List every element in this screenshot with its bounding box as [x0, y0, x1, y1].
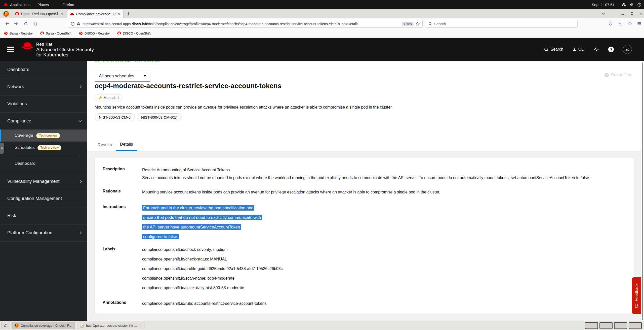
workspace-switcher-2[interactable]: [599, 322, 613, 329]
row-value: Mounting service account tokens inside p…: [142, 189, 626, 195]
window-minimize-icon[interactable]: [621, 12, 625, 16]
rationale-row: Rationale Mounting service account token…: [103, 189, 626, 195]
bookmark-star-icon[interactable]: [416, 22, 420, 26]
breadcrumb[interactable]: Compliance coverageocp4-moderate: [95, 61, 271, 63]
new-tab-icon[interactable]: [126, 12, 131, 16]
window-maximize-icon[interactable]: [630, 12, 634, 16]
home-icon[interactable]: [33, 21, 38, 26]
tab-close-icon[interactable]: [60, 12, 63, 15]
bookmark-disco-registry[interactable]: DISCO - Registry: [79, 31, 110, 35]
description-paragraph: Service accounts tokens should not be mo…: [142, 174, 626, 181]
workspace-switcher-3[interactable]: [614, 322, 627, 329]
label-line: compliance.openshift.io/profile-guid: d6…: [142, 266, 626, 272]
bookmark-salsa-registry[interactable]: Salsa - Registry: [4, 31, 33, 35]
reload-icon[interactable]: [24, 21, 28, 26]
help-icon[interactable]: ?: [608, 47, 614, 52]
tab-close-icon[interactable]: [118, 13, 121, 16]
url-bar[interactable]: https://central-acs-central.apps.disco.l…: [68, 20, 423, 28]
browser-tab-pods[interactable]: Pods · Red Hat OpenShift: [13, 10, 66, 18]
brand-logo[interactable]: Red Hat Advanced Cluster Security for Ku…: [22, 42, 94, 58]
workspace-switcher-4[interactable]: [629, 322, 642, 329]
topbar-status-area: Sep 1 07:51: [592, 3, 644, 7]
cli-download-button[interactable]: CLI: [572, 47, 585, 52]
sidebar-item-platform-configuration[interactable]: Platform Configuration: [0, 224, 87, 241]
search-icon: [428, 22, 432, 26]
nav-label: Compliance: [7, 118, 31, 124]
forward-icon[interactable]: [14, 21, 19, 26]
scan-schedule-select[interactable]: All scan schedules: [95, 71, 150, 82]
sidebar-item-vulnerability-management[interactable]: Vulnerability Management: [0, 173, 87, 190]
feedback-button[interactable]: Feedback: [632, 277, 641, 314]
volume-icon[interactable]: [629, 3, 634, 7]
window-close-icon[interactable]: [639, 12, 643, 16]
sidebar-bottom-divider: [0, 241, 87, 242]
breadcrumb-link[interactable]: ocp4-moderate: [135, 61, 160, 62]
places-menu[interactable]: Places: [34, 0, 52, 9]
nav-label: Network: [7, 84, 24, 89]
taskbar-window-editor[interactable]: hub-Operator-secrets-cluster-init-...: [77, 322, 144, 329]
chevron-right-icon: [78, 85, 82, 88]
firefox-icon[interactable]: [3, 11, 9, 17]
gnome-top-bar: Applications Places Firefox Sep 1 07:51: [0, 0, 644, 9]
extensions-puzzle-icon[interactable]: [627, 21, 632, 26]
browser-search-box[interactable]: [426, 20, 578, 28]
reset-filter-button[interactable]: Reset filter: [604, 73, 631, 78]
global-search-button[interactable]: Search: [544, 47, 563, 52]
workspace-switcher-1[interactable]: [585, 322, 598, 329]
sidebar-item-coverage[interactable]: Coverage Tech preview: [0, 129, 87, 142]
lock-icon[interactable]: [77, 22, 80, 26]
url-text: https://central-acs-central.apps.disco.l…: [83, 22, 400, 26]
manual-count-badge: Manual: 1: [95, 94, 123, 101]
quay-icon: [4, 31, 8, 35]
user-avatar[interactable]: ad: [623, 45, 632, 54]
back-icon[interactable]: [5, 21, 9, 26]
instructions-selected-text[interactable]: For each pod in the cluster, review the …: [142, 205, 626, 243]
clock[interactable]: Sep 1 07:51: [592, 3, 615, 7]
search-input[interactable]: [434, 22, 575, 26]
bookmark-salsa-openshift[interactable]: Salsa - OpenShift: [40, 31, 71, 35]
nav-label: Risk: [7, 213, 16, 218]
bookmark-label: Salsa - OpenShift: [46, 31, 71, 35]
sidebar-item-compliance[interactable]: Compliance: [0, 112, 87, 129]
zoom-level-badge[interactable]: 120%: [402, 22, 414, 26]
account-shield-icon[interactable]: [608, 21, 613, 26]
network-icon[interactable]: [622, 3, 626, 7]
sidebar-item-configuration-management[interactable]: Configuration Management: [0, 190, 87, 207]
chevron-down-icon: [78, 119, 82, 122]
masthead-utilities: Search CLI ? ad: [544, 38, 632, 61]
bookmark-disco-openshift[interactable]: DISCO - OpenShift: [117, 31, 151, 35]
nav-label: Coverage: [15, 133, 33, 138]
window-list-applet-icon[interactable]: [2, 322, 10, 329]
tab-details[interactable]: Details: [116, 138, 137, 151]
search-label: Search: [550, 47, 563, 52]
breadcrumb-link[interactable]: Compliance coverage: [95, 61, 131, 62]
nav-toggle-hamburger-icon[interactable]: [7, 47, 14, 52]
tracking-protection-shield-icon[interactable]: [71, 22, 75, 26]
details-card: Description Restrict Automounting of Ser…: [95, 158, 634, 314]
brand-product: Advanced Cluster Security: [36, 47, 94, 52]
sidebar-item-schedules[interactable]: Schedules Tech preview: [0, 142, 87, 154]
acs-masthead: Red Hat Advanced Cluster Security for Ku…: [0, 38, 644, 61]
browser-tab-compliance-active[interactable]: Compliance coverage - C: [67, 10, 123, 18]
sidebar-item-violations[interactable]: Violations: [0, 95, 87, 112]
list-all-tabs-icon[interactable]: [601, 12, 605, 16]
sidebar-item-dashboard[interactable]: Dashboard: [0, 61, 87, 78]
annotations-row: Annotations compliance.openshift.io/rule…: [103, 300, 626, 307]
taskbar-window-firefox[interactable]: Compliance coverage - Check | Re...: [12, 322, 75, 329]
app-menu-hamburger-icon[interactable]: [637, 21, 641, 26]
firefox-appmenu[interactable]: Firefox: [59, 0, 77, 9]
sidebar-item-network[interactable]: Network: [0, 78, 87, 95]
label-line: compliance.openshift.io/check-status: MA…: [142, 256, 626, 262]
brand-redhat: Red Hat: [36, 42, 94, 47]
page-scrollbar[interactable]: [642, 62, 643, 320]
applications-menu[interactable]: Applications: [0, 0, 34, 9]
power-icon[interactable]: [637, 3, 641, 7]
sidebar-item-compliance-dashboard[interactable]: Dashboard: [0, 157, 87, 170]
tab-results[interactable]: Results: [94, 139, 116, 151]
downloads-icon[interactable]: [618, 21, 622, 26]
activity-pulse-icon[interactable]: [594, 47, 599, 52]
sidebar-item-risk[interactable]: Risk: [0, 207, 87, 224]
instructions-row: Instructions For each pod in the cluster…: [103, 205, 626, 243]
label-line: compliance.openshift.io/scan-name: ocp4-…: [142, 276, 626, 281]
screen-edge-drag-handle[interactable]: [0, 143, 4, 154]
